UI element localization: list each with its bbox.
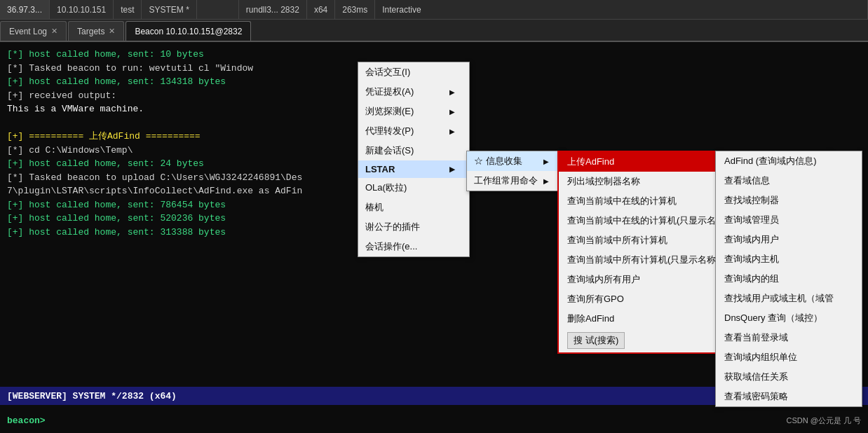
pid-col[interactable]: rundll3... 2832 [239, 0, 307, 19]
arrow-icon: ▶ [449, 128, 455, 135]
menu-item-browse[interactable]: 浏览探测(E) ▶ [358, 102, 469, 121]
main-area: [*] host called home, sent: 10 bytes [*]… [0, 42, 868, 433]
adfind-menu[interactable]: AdFind (查询域内信息) 查看域信息 查找域控制器 查询域管理员 查询域内… [715, 151, 862, 407]
arrow-icon: ▶ [449, 165, 455, 173]
adfind-item-domain-groups[interactable]: 查询域内的组 [716, 269, 862, 289]
adfind-item-dns-query[interactable]: DnsQuery 查询（域控） [716, 308, 862, 328]
adfind-item-query-domain-info[interactable]: AdFind (查询域内信息) [716, 151, 862, 171]
tab-event-log[interactable]: Event Log ✕ [0, 21, 67, 41]
adfind-item-org-unit[interactable]: 查询域内组织单位 [716, 348, 862, 367]
arrow-icon: ▶ [543, 177, 549, 185]
arrow-icon: ▶ [543, 158, 549, 165]
ip-col[interactable]: 36.97.3... [0, 0, 50, 19]
adfind-item-domain-hosts[interactable]: 查询域内主机 [716, 249, 862, 269]
note-col[interactable]: Interactive [375, 0, 868, 19]
lstar-item-workgroup[interactable]: 工作组常用命令 ▶ [467, 171, 563, 191]
adfind-item-domain-users[interactable]: 查询域内用户 [716, 230, 862, 249]
menu-item-proxy[interactable]: 代理转发(P) ▶ [358, 121, 469, 141]
menu-item-creds[interactable]: 凭证提权(A) ▶ [358, 82, 469, 102]
menu-item-new-session[interactable]: 新建会话(S) [358, 141, 469, 160]
adfind-item-domain-admin[interactable]: 查询域管理员 [716, 210, 862, 230]
beacon-prompt: beacon> [7, 415, 46, 426]
arrow-icon: ▶ [449, 88, 455, 96]
adfind-item-find-dc[interactable]: 查找域控制器 [716, 191, 862, 210]
menu-item-ola[interactable]: OLa(欧拉) [358, 178, 469, 198]
close-tab-targets[interactable]: ✕ [109, 27, 115, 36]
arch-col[interactable]: x64 [307, 0, 335, 19]
tab-targets[interactable]: Targets ✕ [68, 21, 124, 41]
tab-bar: Event Log ✕ Targets ✕ Beacon 10.10.10.15… [0, 20, 868, 42]
adfind-item-current-domain[interactable]: 查看当前登录域 [716, 328, 862, 348]
computer-col[interactable]: SYSTEM * [142, 0, 196, 19]
close-tab-event-log[interactable]: ✕ [51, 27, 57, 36]
menu-item-lstar[interactable]: LSTAR ▶ [358, 160, 469, 178]
term-line-0: [*] host called home, sent: 10 bytes [7, 48, 861, 62]
adfind-item-view-domain[interactable]: 查看域信息 [716, 171, 862, 191]
adfind-item-find-user-host[interactable]: 查找域用户或域主机（域管 [716, 289, 862, 308]
lstar-item-info-collect[interactable]: ☆ 信息收集 ▶ [467, 151, 563, 171]
menu-item-xie[interactable]: 谢公子的插件 [358, 217, 469, 237]
latency-col[interactable]: 263ms [335, 0, 375, 19]
menu-item-session-op[interactable]: 会话操作(e... [358, 237, 469, 256]
internal-ip-col[interactable]: 10.10.10.151 [50, 0, 114, 19]
tab-beacon[interactable]: Beacon 10.10.10.151@2832 [126, 21, 251, 41]
menu-item-chun[interactable]: 椿机 [358, 198, 469, 217]
process-col[interactable] [197, 0, 239, 19]
adfind-item-password-policy[interactable]: 查看域密码策略 [716, 387, 862, 406]
primary-context-menu[interactable]: 会话交互(I) 凭证提权(A) ▶ 浏览探测(E) ▶ 代理转发(P) ▶ 新建… [358, 62, 470, 257]
adfind-item-trust[interactable]: 获取域信任关系 [716, 367, 862, 387]
lstar-submenu[interactable]: ☆ 信息收集 ▶ 工作组常用命令 ▶ [466, 151, 564, 191]
arrow-icon: ▶ [449, 108, 455, 116]
user-col[interactable]: test [114, 0, 142, 19]
menu-item-session-interact[interactable]: 会话交互(I) [358, 62, 469, 82]
top-bar: 36.97.3... 10.10.10.151 test SYSTEM * ru… [0, 0, 868, 20]
